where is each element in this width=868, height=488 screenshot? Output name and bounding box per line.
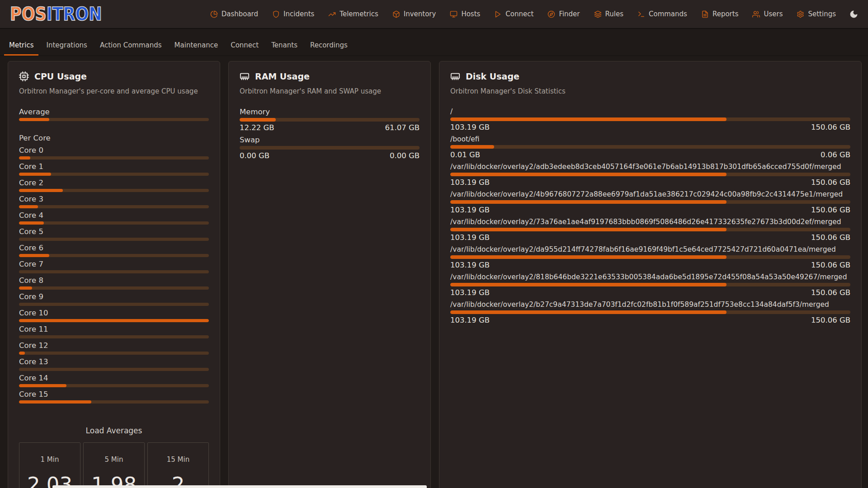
nav-item-commands[interactable]: Commands [637,10,687,18]
core-row: Core 10 [19,309,209,322]
compass-icon [547,10,555,18]
average-label: Average [19,108,209,117]
progress-fill [450,255,726,259]
nav-item-label: Commands [649,10,687,18]
nav-item-label: Dashboard [222,10,258,18]
ram-sections: Memory 12.22 GB 61.07 GB Swap 0.00 GB 0.… [240,108,420,161]
nav-item-rules[interactable]: Rules [594,10,623,18]
core-label: Core 8 [19,276,209,285]
tab-maintenance[interactable]: Maintenance [170,41,223,56]
nav-item-incidents[interactable]: Incidents [272,10,314,18]
total-value: 150.06 GB [811,288,850,298]
progress-track [19,384,209,387]
total-value: 150.06 GB [811,260,850,270]
progress-fill [450,145,494,149]
progress-fill [19,173,51,176]
mount-path: /var/lib/docker/overlay2/b27c9a47313de7a… [450,300,850,309]
progress-fill [19,400,91,404]
shield-icon [272,10,280,18]
progress-fill [450,310,726,314]
load-average-box: 1 Min 2.03 [19,442,80,488]
mount-path: /var/lib/docker/overlay2/818b646bde3221e… [450,273,850,282]
core-label: Core 12 [19,341,209,350]
progress-fill [19,118,49,121]
core-label: Core 6 [19,244,209,253]
nav-item-label: Finder [559,10,580,18]
app-logo[interactable]: POSITRON [10,3,102,24]
progress-track [19,118,209,121]
tab-tenants[interactable]: Tenants [266,41,302,56]
used-value: 103.19 GB [450,315,490,325]
nav-item-label: Incidents [283,10,314,18]
total-value: 150.06 GB [811,205,850,215]
core-row: Core 13 [19,357,209,371]
nav-item-label: Hosts [461,10,480,18]
core-label: Core 2 [19,178,209,188]
progress-track [19,189,209,192]
mount-path: / [450,108,850,116]
tab-metrics[interactable]: Metrics [4,41,38,56]
progress-fill [19,384,66,387]
nav-item-label: Telemetrics [340,10,378,18]
progress-track [450,255,850,259]
load-box-label: 15 Min [150,455,207,464]
stat-row: /var/lib/docker/overlay2/818b646bde3221e… [450,273,850,298]
progress-track [19,319,209,322]
stat-row: Memory 12.22 GB 61.07 GB [240,108,420,133]
progress-fill [19,189,63,192]
nav-item-inventory[interactable]: Inventory [392,10,436,18]
nav-item-connect[interactable]: Connect [494,10,533,18]
progress-track [19,173,209,176]
load-box-label: 1 Min [21,455,78,464]
cpu-card-subtitle: Orbitron Manager's per-core and average … [19,87,209,95]
logo-text-orange: POS [10,3,47,24]
cpu-usage-card: CPU Usage Orbitron Manager's per-core an… [8,61,220,488]
disk-icon [450,71,460,81]
progress-track [450,310,850,314]
nav-item-hosts[interactable]: Hosts [450,10,480,18]
nav-item-label: Connect [505,10,533,18]
logo-text-blue: ITRON [47,3,102,24]
total-value: 150.06 GB [811,122,850,132]
nav-items: Dashboard Incidents Telemetrics Inventor… [210,10,836,18]
progress-fill [19,156,30,160]
terminal-icon [637,10,645,18]
ram-usage-card: RAM Usage Orbitron Manager's RAM and SWA… [228,61,431,488]
used-value: 103.19 GB [450,288,490,298]
nav-item-users[interactable]: Users [752,10,783,18]
used-value: 103.19 GB [450,233,490,243]
progress-track [240,146,420,150]
progress-track [19,238,209,241]
core-row: Core 14 [19,374,209,387]
progress-track [240,118,420,122]
memory-icon [240,71,250,81]
moon-icon[interactable] [849,10,858,19]
nav-item-telemetrics[interactable]: Telemetrics [328,10,378,18]
layers-icon [594,10,602,18]
tab-recordings[interactable]: Recordings [305,41,353,56]
progress-track [19,286,209,290]
progress-track [19,254,209,257]
stat-label: Swap [240,136,420,145]
stat-row: /var/lib/docker/overlay2/b27c9a47313de7a… [450,300,850,325]
stat-row: Swap 0.00 GB 0.00 GB [240,136,420,161]
progress-fill [19,319,209,322]
progress-fill [19,254,49,257]
users-icon [752,10,760,18]
tab-connect[interactable]: Connect [226,41,264,56]
cpu-average-block: Average [19,108,209,121]
nav-item-settings[interactable]: Settings [797,10,836,18]
progress-fill [19,205,38,208]
core-label: Core 13 [19,357,209,366]
load-averages-grid: 1 Min 2.03 5 Min 1.98 15 Min 2 [19,442,209,488]
nav-item-dashboard[interactable]: Dashboard [210,10,258,18]
core-label: Core 7 [19,260,209,269]
progress-track [450,117,850,121]
core-row: Core 8 [19,276,209,290]
core-list: Core 0 Core 1 Core 2 Core 3 Core 4 Core … [19,146,209,404]
tab-integrations[interactable]: Integrations [41,41,92,56]
progress-fill [450,173,726,176]
tab-action-commands[interactable]: Action Commands [95,41,167,56]
nav-item-reports[interactable]: Reports [701,10,739,18]
nav-item-finder[interactable]: Finder [547,10,580,18]
